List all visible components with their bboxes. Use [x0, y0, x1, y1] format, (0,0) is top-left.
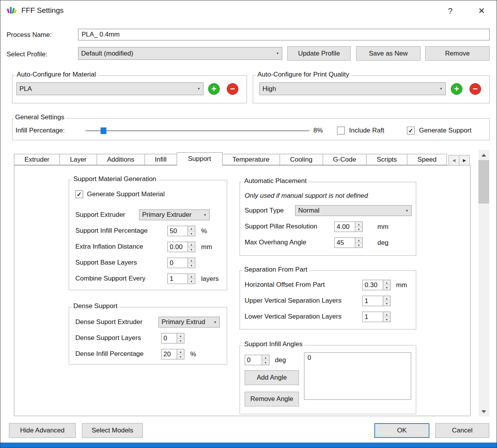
help-button[interactable]: ?: [448, 7, 453, 15]
titlebar: FFF Settings ? ✕: [0, 0, 497, 21]
scroll-right-icon: ▶: [463, 158, 466, 162]
tab-infill[interactable]: Infill: [144, 154, 177, 165]
dense-support-extruder-select[interactable]: Primary Extrud ▼: [158, 317, 220, 328]
spinner-down-icon[interactable]: ▼: [188, 263, 195, 268]
support-infill-percentage-spinner[interactable]: 50 ▲▼: [167, 226, 195, 236]
dense-support-title: Dense Support: [71, 302, 119, 310]
tab-scroll-left-button[interactable]: ◀: [448, 155, 459, 166]
tab-additions[interactable]: Additions: [97, 154, 145, 165]
separation-from-part-group: Separation From Part Horizontal Offset F…: [240, 270, 416, 329]
select-profile-label: Select Profile:: [7, 49, 47, 59]
tab-layer[interactable]: Layer: [59, 154, 97, 165]
add-material-button[interactable]: +: [208, 83, 220, 95]
vertical-scrollbar[interactable]: [478, 150, 489, 417]
spinner-down-icon[interactable]: ▼: [383, 301, 390, 306]
spinner-up-icon[interactable]: ▲: [188, 274, 195, 279]
spinner-up-icon[interactable]: ▲: [177, 333, 184, 338]
spinner-up-icon[interactable]: ▲: [355, 238, 362, 243]
spinner-up-icon[interactable]: ▲: [188, 242, 195, 247]
spinner-value: 1: [168, 274, 188, 284]
generate-support-checkbox[interactable]: ✓: [407, 127, 415, 134]
spinner-down-icon[interactable]: ▼: [188, 231, 195, 236]
tab-scroll-right-button[interactable]: ▶: [459, 155, 470, 166]
max-overhang-angle-spinner[interactable]: 45 ▲▼: [334, 237, 363, 248]
spinner-up-icon[interactable]: ▲: [262, 355, 269, 360]
hide-advanced-button[interactable]: Hide Advanced: [9, 423, 76, 438]
tab-temperature[interactable]: Temperature: [222, 154, 280, 165]
spinner-up-icon[interactable]: ▲: [383, 296, 390, 301]
spinner-up-icon[interactable]: ▲: [177, 349, 184, 354]
add-quality-button[interactable]: +: [451, 83, 462, 95]
remove-quality-button[interactable]: −: [469, 83, 481, 95]
spinner-up-icon[interactable]: ▲: [355, 222, 362, 227]
ok-button[interactable]: OK: [374, 423, 429, 438]
select-models-button[interactable]: Select Models: [82, 423, 143, 438]
remove-angle-button[interactable]: Remove Angle: [245, 392, 299, 406]
spinner-down-icon[interactable]: ▼: [383, 285, 390, 290]
add-angle-button[interactable]: Add Angle: [245, 370, 299, 385]
generate-support-material-checkbox[interactable]: ✓: [75, 190, 83, 198]
support-type-select[interactable]: Normal ▼: [295, 205, 412, 216]
spinner-value: 20: [162, 349, 177, 359]
spinner-down-icon[interactable]: ▼: [262, 360, 269, 365]
combine-support-every-spinner[interactable]: 1 ▲▼: [167, 274, 195, 284]
support-extruder-select[interactable]: Primary Extruder ▼: [139, 209, 210, 220]
horizontal-offset-spinner[interactable]: 0.30 ▲▼: [362, 280, 391, 290]
spinner-down-icon[interactable]: ▼: [188, 247, 195, 252]
spinner-down-icon[interactable]: ▼: [177, 354, 184, 359]
dense-support-extruder-label: Dense Suport Extruder: [75, 317, 142, 327]
dense-support-layers-spinner[interactable]: 0 ▲▼: [161, 333, 184, 343]
material-select[interactable]: PLA ▼: [16, 82, 203, 95]
fff-settings-dialog: FFF Settings ? ✕ Process Name: Select Pr…: [0, 0, 497, 448]
list-item[interactable]: 0: [304, 353, 411, 363]
spinner-down-icon[interactable]: ▼: [383, 317, 390, 322]
scrollbar-up-button[interactable]: [478, 150, 489, 160]
dense-infill-percentage-spinner[interactable]: 20 ▲▼: [161, 349, 184, 359]
spinner-down-icon[interactable]: ▼: [188, 279, 195, 284]
cancel-button[interactable]: Cancel: [435, 423, 489, 438]
process-name-input[interactable]: [78, 29, 490, 40]
save-as-new-button[interactable]: Save as New: [356, 46, 421, 61]
material-select-value: PLA: [19, 85, 195, 93]
tab-support[interactable]: Support: [177, 152, 222, 166]
upper-vertical-separation-spinner[interactable]: 1 ▲▼: [362, 296, 391, 306]
infill-angles-list[interactable]: 0: [304, 352, 411, 400]
quality-select[interactable]: High ▼: [259, 82, 446, 95]
tab-cooling[interactable]: Cooling: [280, 154, 323, 165]
spinner-up-icon[interactable]: ▲: [383, 312, 390, 317]
spinner-value: 50: [168, 226, 188, 236]
max-overhang-angle-unit: deg: [377, 237, 388, 248]
tab-gcode[interactable]: G-Code: [323, 154, 367, 165]
chevron-down-icon: ▼: [440, 87, 443, 91]
tab-scripts[interactable]: Scripts: [366, 154, 407, 165]
spinner-down-icon[interactable]: ▼: [355, 227, 362, 232]
spinner-value: 4.00: [335, 222, 355, 232]
infill-slider-track[interactable]: [85, 130, 309, 131]
scrollbar-thumb[interactable]: [478, 160, 489, 204]
tab-speed[interactable]: Speed: [407, 154, 447, 165]
infill-slider-handle[interactable]: [101, 127, 106, 134]
spinner-up-icon[interactable]: ▲: [188, 258, 195, 263]
spinner-up-icon[interactable]: ▲: [383, 280, 390, 285]
update-profile-button[interactable]: Update Profile: [287, 46, 351, 61]
spinner-value: 1: [363, 296, 383, 306]
upper-vertical-separation-label: Upper Vertical Separation Layers: [245, 296, 341, 306]
lower-vertical-separation-spinner[interactable]: 1 ▲▼: [362, 312, 391, 322]
spinner-down-icon[interactable]: ▼: [355, 243, 362, 248]
extra-inflation-distance-spinner[interactable]: 0.00 ▲▼: [167, 242, 195, 252]
process-name-label: Process Name:: [7, 30, 52, 40]
support-base-layers-spinner[interactable]: 0 ▲▼: [167, 258, 195, 268]
spinner-down-icon[interactable]: ▼: [177, 338, 184, 343]
remove-profile-button[interactable]: Remove: [425, 46, 490, 61]
infill-angle-spinner[interactable]: 0 ▲▼: [245, 355, 269, 365]
close-button[interactable]: ✕: [478, 7, 485, 15]
spinner-up-icon[interactable]: ▲: [188, 226, 195, 231]
include-raft-checkbox[interactable]: [337, 127, 345, 134]
support-pillar-resolution-spinner[interactable]: 4.00 ▲▼: [334, 221, 363, 232]
separation-from-part-title: Separation From Part: [242, 266, 309, 274]
scrollbar-down-button[interactable]: [478, 406, 489, 417]
remove-material-button[interactable]: −: [227, 83, 238, 95]
max-overhang-angle-label: Max Overhang Angle: [245, 237, 306, 248]
tab-extruder[interactable]: Extruder: [14, 154, 60, 165]
profile-select[interactable]: Default (modified) ▼: [78, 47, 282, 60]
